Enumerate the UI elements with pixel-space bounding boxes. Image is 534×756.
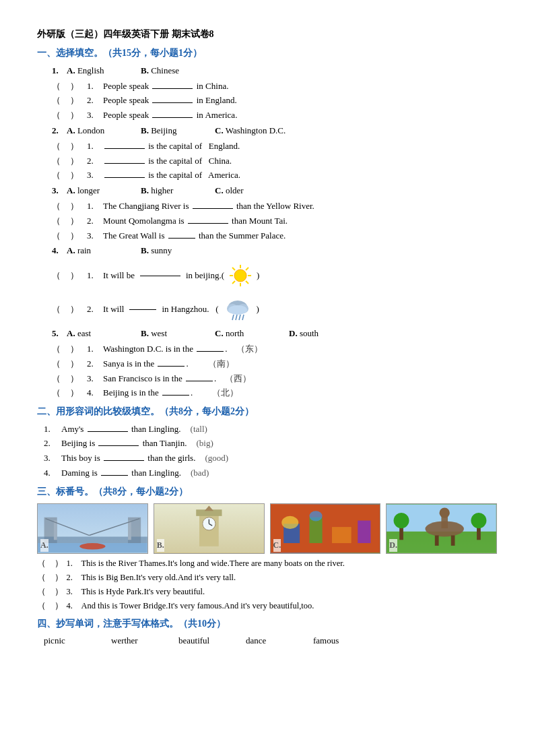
s2-text: Daming is than Lingling. xyxy=(61,466,181,480)
q5-optC: C. north xyxy=(215,327,289,341)
svg-rect-36 xyxy=(331,527,351,543)
sub-num: 3. xyxy=(87,168,100,183)
image-D: D. xyxy=(386,503,497,554)
word-5: famous xyxy=(313,634,367,648)
svg-rect-21 xyxy=(128,521,131,540)
bracket[interactable]: （ ） xyxy=(52,269,84,283)
s2-num: 1. xyxy=(44,422,57,437)
svg-line-5 xyxy=(232,267,235,270)
bracket[interactable]: （ ） xyxy=(52,94,84,108)
svg-rect-37 xyxy=(358,521,370,544)
bracket[interactable]: （ ） xyxy=(52,372,84,386)
q4-optB: B. sunny xyxy=(141,244,215,258)
s3-bracket[interactable]: （ ） xyxy=(37,557,63,570)
s2-hint: (good) xyxy=(205,451,228,466)
sub-num: 2. xyxy=(87,214,100,228)
q5-optD: D. south xyxy=(289,327,343,341)
section-3: 三、标番号。（共8分，每小题2分） xyxy=(37,484,497,499)
sub-text: It will be in beijing.( ) xyxy=(103,263,497,288)
svg-rect-35 xyxy=(309,517,322,543)
s3-bracket[interactable]: （ ） xyxy=(37,599,63,612)
sub-text: Washington D.C. is in the . （东） xyxy=(103,342,497,356)
q4-optA: A. rain xyxy=(67,244,141,258)
s2-num: 4. xyxy=(44,466,57,480)
svg-point-38 xyxy=(281,516,298,529)
word-4: dance xyxy=(246,634,300,648)
q5-optB: B. west xyxy=(141,327,215,341)
page-title: 外研版（三起）四年级英语下册 期末试卷8 xyxy=(37,27,497,42)
sub-num: 1. xyxy=(87,342,100,356)
svg-line-16 xyxy=(242,315,244,320)
question-3: 3. A. longer B. higher C. older （ ） 1. T… xyxy=(37,184,497,243)
sub-num: 4. xyxy=(87,386,100,400)
img-B-label: B. xyxy=(157,539,164,552)
section-4: 四、抄写单词，注意手写体格式。（共10分） xyxy=(37,617,497,631)
sub-text: is the capital of China. xyxy=(103,154,497,168)
s3-text: This is the River Thames.It's long and w… xyxy=(81,557,345,570)
sub-text: It will in Hangzhou. ( ) xyxy=(103,297,497,321)
s2-hint: (bad) xyxy=(191,466,209,480)
svg-line-6 xyxy=(246,281,248,284)
s2-text: This boy is than the girls. xyxy=(61,451,195,466)
s2-hint: (tall) xyxy=(191,422,207,437)
s3-text: This is Big Ben.It's very old.And it's v… xyxy=(81,571,236,584)
bracket[interactable]: （ ） xyxy=(52,80,84,94)
svg-rect-20 xyxy=(54,521,57,540)
s3-num: 4. xyxy=(66,599,78,612)
sub-num: 2. xyxy=(87,94,100,108)
s2-num: 2. xyxy=(44,437,57,451)
bracket[interactable]: （ ） xyxy=(52,139,84,154)
question-2: 2. A. London B. Beijing C. Washington D.… xyxy=(37,124,497,183)
sub-text: is the capital of America. xyxy=(103,168,497,183)
sub-num: 2. xyxy=(87,357,100,371)
bracket[interactable]: （ ） xyxy=(52,303,84,317)
image-C: C. xyxy=(270,503,381,554)
q2-optB: B. Beijing xyxy=(141,124,215,138)
bracket[interactable]: （ ） xyxy=(52,229,84,243)
q1-optA: A. English xyxy=(67,64,141,78)
svg-rect-46 xyxy=(451,536,455,546)
svg-point-0 xyxy=(234,270,246,282)
s2-text: Beijing is than Tianjin. xyxy=(61,437,187,451)
bracket[interactable]: （ ） xyxy=(52,108,84,123)
q3-optB: B. higher xyxy=(141,184,215,198)
sub-text: The Changjiang River is than the Yellow … xyxy=(103,199,497,214)
s3-bracket[interactable]: （ ） xyxy=(37,585,63,598)
sub-num: 1. xyxy=(87,80,100,94)
q1-num: 1. xyxy=(52,64,67,78)
sub-num: 3. xyxy=(87,108,100,123)
rain-cloud-icon xyxy=(223,297,253,321)
section-2: 二、用形容词的比较级填空。（共8分，每小题2分） xyxy=(37,404,497,419)
image-A: A. xyxy=(37,503,148,554)
sub-text: San Francisco is in the . （西） xyxy=(103,372,497,386)
q2-num: 2. xyxy=(52,124,67,138)
sub-text: People speak in America. xyxy=(103,108,497,123)
sub-num: 3. xyxy=(87,229,100,243)
bracket[interactable]: （ ） xyxy=(52,199,84,214)
svg-point-48 xyxy=(394,513,409,528)
q3-optA: A. longer xyxy=(67,184,141,198)
sub-num: 1. xyxy=(87,199,100,214)
bracket[interactable]: （ ） xyxy=(52,168,84,183)
bracket[interactable]: （ ） xyxy=(52,154,84,168)
word-2: werther xyxy=(111,634,165,648)
sub-text: Sanya is in the . （南） xyxy=(103,357,497,371)
sub-num: 1. xyxy=(87,269,100,283)
words-row: picnic werther beautiful dance famous xyxy=(37,634,497,648)
sub-text: Mount Qomolangma is than Mount Tai. xyxy=(103,214,497,228)
images-row: A. B. C. xyxy=(37,503,497,554)
svg-line-8 xyxy=(232,281,235,284)
bracket[interactable]: （ ） xyxy=(52,342,84,356)
bracket[interactable]: （ ） xyxy=(52,357,84,371)
q1-optB: B. Chinese xyxy=(141,64,215,78)
sub-text: Beijing is in the . （北） xyxy=(103,386,497,400)
bracket[interactable]: （ ） xyxy=(52,386,84,400)
bracket[interactable]: （ ） xyxy=(52,214,84,228)
s3-bracket[interactable]: （ ） xyxy=(37,571,63,584)
img-C-label: C. xyxy=(273,539,281,552)
image-B: B. xyxy=(154,503,265,554)
img-D-label: D. xyxy=(389,539,397,552)
s3-num: 3. xyxy=(66,585,78,598)
q3-num: 3. xyxy=(52,184,67,198)
sub-text: is the capital of England. xyxy=(103,139,497,154)
